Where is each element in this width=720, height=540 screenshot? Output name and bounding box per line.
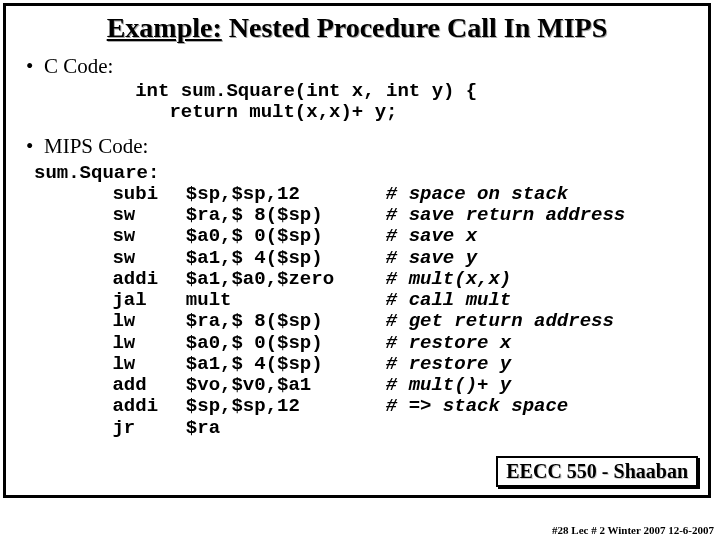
- mips-args: $ra,$ 8($sp): [186, 205, 386, 226]
- bullet-icon: •: [26, 54, 44, 79]
- c-code-block: int sum.Square(int x, int y) { return mu…: [44, 81, 708, 124]
- mips-args: $a1,$ 4($sp): [186, 248, 386, 269]
- c-code-line: return mult(x,x)+ y;: [135, 101, 397, 123]
- mips-args: $sp,$sp,12: [186, 396, 386, 417]
- mips-op: lw: [112, 311, 174, 332]
- mips-args: $a1,$a0,$zero: [186, 269, 386, 290]
- mips-rows: subi $sp,$sp,12# space on stack sw $ra,$…: [44, 184, 708, 439]
- mips-op: lw: [112, 333, 174, 354]
- section-c-label: C Code:: [44, 54, 113, 78]
- mips-op: addi: [112, 269, 174, 290]
- mips-label: sum.Square:: [34, 162, 159, 184]
- mips-args: $a1,$ 4($sp): [186, 354, 386, 375]
- mips-args: mult: [186, 290, 386, 311]
- section-mips-label: MIPS Code:: [44, 134, 148, 158]
- mips-comment: # space on stack: [386, 184, 568, 205]
- title-rest: Nested Procedure Call In MIPS: [222, 12, 608, 43]
- mips-op: add: [112, 375, 174, 396]
- title-prefix: Example:: [107, 12, 222, 43]
- mips-code-block: sum.Square: subi $sp,$sp,12# space on st…: [44, 163, 708, 439]
- mips-op: jal: [112, 290, 174, 311]
- mips-comment: # restore x: [386, 333, 511, 354]
- mips-comment: # mult(x,x): [386, 269, 511, 290]
- c-code-line: int sum.Square(int x, int y) {: [135, 80, 477, 102]
- mips-comment: # restore y: [386, 354, 511, 375]
- section-mips-code: •MIPS Code:: [26, 134, 708, 159]
- footer-box: EECC 550 - Shaaban: [496, 456, 698, 487]
- slide-title: Example: Nested Procedure Call In MIPS: [6, 6, 708, 44]
- mips-op: subi: [112, 184, 174, 205]
- mips-op: sw: [112, 226, 174, 247]
- section-c-code: •C Code:: [26, 54, 708, 79]
- mips-args: $a0,$ 0($sp): [186, 226, 386, 247]
- bullet-icon: •: [26, 134, 44, 159]
- mips-comment: # get return address: [386, 311, 614, 332]
- footer-line: #28 Lec # 2 Winter 2007 12-6-2007: [552, 524, 714, 536]
- mips-args: $vo,$v0,$a1: [186, 375, 386, 396]
- mips-comment: # save x: [386, 226, 477, 247]
- mips-args: $a0,$ 0($sp): [186, 333, 386, 354]
- mips-comment: # save y: [386, 248, 477, 269]
- mips-comment: # mult()+ y: [386, 375, 511, 396]
- mips-args: $ra,$ 8($sp): [186, 311, 386, 332]
- mips-op: jr: [112, 418, 174, 439]
- mips-op: addi: [112, 396, 174, 417]
- mips-args: $sp,$sp,12: [186, 184, 386, 205]
- mips-op: sw: [112, 205, 174, 226]
- mips-op: sw: [112, 248, 174, 269]
- mips-comment: # call mult: [386, 290, 511, 311]
- mips-args: $ra: [186, 418, 386, 439]
- slide-frame: Example: Nested Procedure Call In MIPS •…: [3, 3, 711, 498]
- mips-op: lw: [112, 354, 174, 375]
- mips-comment: # save return address: [386, 205, 625, 226]
- mips-comment: # => stack space: [386, 396, 568, 417]
